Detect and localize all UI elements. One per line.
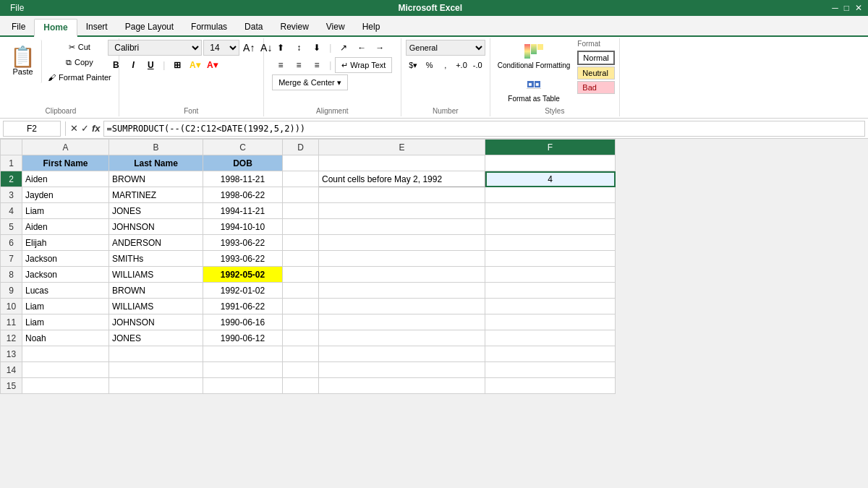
cell-D7[interactable] [283, 251, 319, 267]
cell-B4[interactable]: JONES [109, 203, 203, 219]
cell-E14[interactable] [319, 362, 485, 378]
cell-C5[interactable]: 1994-10-10 [203, 219, 283, 235]
cell-A5[interactable]: Aiden [22, 219, 109, 235]
format-painter-button[interactable]: 🖌 Format Painter [45, 70, 114, 85]
currency-button[interactable]: $▾ [406, 57, 421, 73]
confirm-formula-icon[interactable]: ✓ [81, 123, 89, 134]
paste-button[interactable]: 📋 Paste [7, 40, 42, 83]
cell-F11[interactable] [485, 314, 616, 330]
cell-D6[interactable] [283, 235, 319, 251]
cell-D12[interactable] [283, 330, 319, 346]
cell-C9[interactable]: 1992-01-02 [203, 283, 283, 299]
indent-increase-button[interactable]: → [371, 40, 388, 56]
underline-button[interactable]: U [142, 57, 158, 73]
cell-B10[interactable]: WILLIAMS [109, 299, 203, 314]
cell-E4[interactable] [319, 203, 485, 219]
cell-C4[interactable]: 1994-11-21 [203, 203, 283, 219]
cell-B12[interactable]: JONES [109, 330, 203, 346]
cell-E3[interactable] [319, 187, 485, 203]
style-neutral[interactable]: Neutral [577, 67, 614, 80]
cell-C2[interactable]: 1998-11-21 [203, 171, 283, 187]
copy-button[interactable]: ⧉ Copy [45, 55, 114, 69]
tab-home[interactable]: Home [34, 19, 77, 37]
cell-C15[interactable] [203, 378, 283, 394]
cell-D3[interactable] [283, 187, 319, 203]
cell-C10[interactable]: 1991-06-22 [203, 299, 283, 314]
increase-decimal-button[interactable]: +.0 [454, 57, 469, 73]
row-header-1[interactable]: 1 [1, 155, 22, 171]
cell-C6[interactable]: 1993-06-22 [203, 235, 283, 251]
cell-D15[interactable] [283, 378, 319, 394]
decrease-decimal-button[interactable]: -.0 [470, 57, 485, 73]
cell-C12[interactable]: 1990-06-12 [203, 330, 283, 346]
row-header-11[interactable]: 11 [1, 314, 22, 330]
cell-D14[interactable] [283, 362, 319, 378]
tab-insert[interactable]: Insert [77, 19, 116, 35]
cell-D5[interactable] [283, 219, 319, 235]
cell-F6[interactable] [485, 235, 616, 251]
cell-B7[interactable]: SMITHs [109, 251, 203, 267]
cell-F7[interactable] [485, 251, 616, 267]
center-align-button[interactable]: ≡ [290, 57, 307, 73]
cell-D4[interactable] [283, 203, 319, 219]
tab-review[interactable]: Review [271, 19, 317, 35]
cell-F13[interactable] [485, 346, 616, 362]
cell-D10[interactable] [283, 299, 319, 314]
cell-B5[interactable]: JOHNSON [109, 219, 203, 235]
cell-E11[interactable] [319, 314, 485, 330]
font-grow-button[interactable]: A↑ [241, 40, 257, 56]
row-header-10[interactable]: 10 [1, 299, 22, 314]
cell-A10[interactable]: Liam [22, 299, 109, 314]
cell-B3[interactable]: MARTINEZ [109, 187, 203, 203]
cell-A3[interactable]: Jayden [22, 187, 109, 203]
cell-B11[interactable]: JOHNSON [109, 314, 203, 330]
cell-F3[interactable] [485, 187, 616, 203]
cell-F1[interactable] [485, 155, 616, 171]
wrap-text-button[interactable]: ↵ Wrap Text [335, 57, 392, 73]
cell-C11[interactable]: 1990-06-16 [203, 314, 283, 330]
cell-F5[interactable] [485, 219, 616, 235]
cell-C14[interactable] [203, 362, 283, 378]
cell-D1[interactable] [283, 155, 319, 171]
left-align-button[interactable]: ≡ [272, 57, 289, 73]
cell-A4[interactable]: Liam [22, 203, 109, 219]
cell-F8[interactable] [485, 267, 616, 283]
cell-E13[interactable] [319, 346, 485, 362]
col-header-F[interactable]: F [485, 140, 616, 155]
row-header-6[interactable]: 6 [1, 235, 22, 251]
tab-data[interactable]: Data [236, 19, 271, 35]
cell-B14[interactable] [109, 362, 203, 378]
format-as-table-button[interactable]: ■■ Format as Table [495, 73, 574, 105]
row-header-3[interactable]: 3 [1, 187, 22, 203]
file-menu-item[interactable]: File [6, 1, 28, 14]
row-header-4[interactable]: 4 [1, 203, 22, 219]
tab-file[interactable]: File [3, 19, 34, 35]
cell-A11[interactable]: Liam [22, 314, 109, 330]
cell-F2[interactable]: 4 [485, 171, 616, 187]
cell-D8[interactable] [283, 267, 319, 283]
cell-D9[interactable] [283, 283, 319, 299]
font-name-select[interactable]: Calibri Arial [108, 40, 202, 56]
col-header-E[interactable]: E [319, 140, 485, 155]
top-align-button[interactable]: ⬆ [272, 40, 289, 56]
cell-A13[interactable] [22, 346, 109, 362]
formula-input[interactable] [103, 121, 865, 137]
cell-E1[interactable] [319, 155, 485, 171]
col-header-D[interactable]: D [283, 140, 319, 155]
row-header-9[interactable]: 9 [1, 283, 22, 299]
cut-button[interactable]: ✂ Cut [45, 40, 114, 54]
cell-B15[interactable] [109, 378, 203, 394]
cell-C8[interactable]: 1992-05-02 [203, 267, 283, 283]
cell-E15[interactable] [319, 378, 485, 394]
row-header-12[interactable]: 12 [1, 330, 22, 346]
cell-C7[interactable]: 1993-06-22 [203, 251, 283, 267]
middle-align-button[interactable]: ↕ [290, 40, 307, 56]
border-button[interactable]: ⊞ [169, 57, 185, 73]
italic-button[interactable]: I [125, 57, 141, 73]
tab-formulas[interactable]: Formulas [182, 19, 236, 35]
cell-B9[interactable]: BROWN [109, 283, 203, 299]
cell-A14[interactable] [22, 362, 109, 378]
cell-B13[interactable] [109, 346, 203, 362]
row-header-13[interactable]: 13 [1, 346, 22, 362]
cell-F10[interactable] [485, 299, 616, 314]
